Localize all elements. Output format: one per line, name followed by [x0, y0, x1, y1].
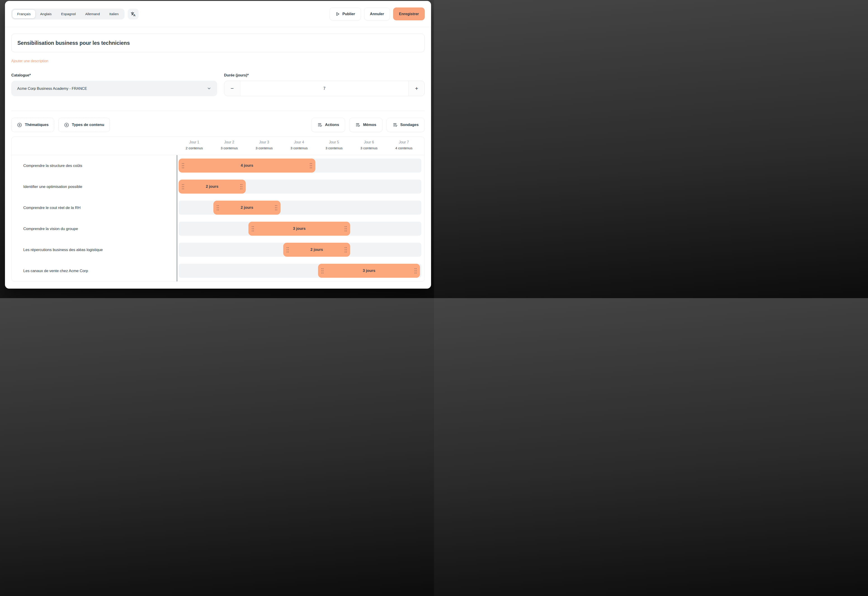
day-label: Jour 2	[212, 140, 247, 144]
day-columns: Jour 1 2 contenus Jour 2 3 contenus Jour…	[177, 140, 421, 155]
course-title-input[interactable]: Sensibilisation business pour les techni…	[11, 34, 425, 52]
gantt-body: Comprendre la structure des coûts 4 jour…	[12, 155, 425, 281]
tab-italien[interactable]: Italien	[105, 10, 123, 18]
list-check-icon	[393, 122, 398, 127]
publish-label: Publier	[342, 12, 355, 16]
tab-allemand[interactable]: Allemand	[80, 10, 105, 18]
table-row: Comprendre le cout réel de la RH 2 jours	[12, 197, 425, 218]
actions-button[interactable]: Actions	[311, 118, 345, 132]
save-button[interactable]: Enregistrer	[393, 7, 425, 20]
tool-buttons-group: Actions Mémos Sond	[311, 118, 425, 132]
theme-row-label: Comprendre la structure des coûts	[12, 155, 177, 176]
catalogue-field: Catalogue* Acme Corp Business Academy - …	[11, 73, 217, 96]
table-row: Comprendre la vision du groupe 3 jours	[12, 218, 425, 239]
main-content: Sensibilisation business pour les techni…	[5, 34, 431, 282]
drag-handle-left-icon[interactable]	[286, 247, 289, 253]
drag-handle-right-icon[interactable]	[344, 226, 347, 232]
day-label: Jour 1	[177, 140, 212, 144]
list-check-icon	[317, 122, 322, 127]
cancel-button[interactable]: Annuler	[364, 7, 390, 20]
bar-duration-label: 4 jours	[179, 163, 315, 168]
add-description-link[interactable]: Ajouter une description	[11, 59, 49, 63]
catalogue-label: Catalogue*	[11, 73, 217, 77]
add-thematiques-button[interactable]: Thématiques	[11, 118, 54, 132]
duration-stepper: − 7 +	[224, 81, 425, 96]
day-label: Jour 4	[282, 140, 317, 144]
day-header-5: Jour 5 3 contenus	[316, 140, 351, 155]
drag-handle-right-icon[interactable]	[275, 205, 278, 211]
duration-value-input[interactable]: 7	[240, 81, 409, 96]
drag-handle-left-icon[interactable]	[251, 226, 254, 232]
form-row: Catalogue* Acme Corp Business Academy - …	[11, 73, 425, 96]
actions-label: Actions	[325, 123, 339, 127]
drag-handle-left-icon[interactable]	[216, 205, 219, 211]
tab-espagnol[interactable]: Espagnol	[56, 10, 80, 18]
bar-duration-label: 3 jours	[318, 269, 420, 273]
section-divider	[11, 111, 425, 111]
thematiques-label: Thématiques	[25, 123, 49, 127]
drag-handle-left-icon[interactable]	[182, 184, 185, 190]
add-content-types-button[interactable]: Types de contenu	[58, 118, 110, 132]
sondages-label: Sondages	[400, 123, 419, 127]
top-bar: Français Anglais Espagnol Allemand Itali…	[5, 1, 431, 27]
day-label: Jour 5	[316, 140, 351, 144]
bar-duration-label: 3 jours	[248, 226, 350, 231]
table-row: Les canaux de vente chez Acme Corp 3 jou…	[12, 260, 425, 281]
day-header-3: Jour 3 3 contenus	[247, 140, 282, 155]
duration-increment-button[interactable]: +	[409, 81, 425, 96]
duration-bar[interactable]: 2 jours	[213, 201, 280, 214]
day-header-1: Jour 1 2 contenus	[177, 140, 212, 155]
translate-icon: A	[130, 11, 136, 17]
duration-label: Durée (jours)*	[224, 73, 425, 77]
language-tabs: Français Anglais Espagnol Allemand Itali…	[11, 9, 124, 19]
play-icon	[335, 12, 340, 16]
duration-bar[interactable]: 4 jours	[179, 158, 315, 173]
sondages-button[interactable]: Sondages	[387, 118, 425, 132]
memos-button[interactable]: Mémos	[349, 118, 382, 132]
gantt-table: Jour 1 2 contenus Jour 2 3 contenus Jour…	[11, 137, 425, 282]
row-lane: 4 jours	[177, 155, 421, 176]
day-header-7: Jour 7 4 contenus	[386, 140, 421, 155]
day-count: 3 contenus	[247, 146, 282, 150]
circle-plus-icon	[17, 122, 22, 127]
translate-button[interactable]: A	[128, 9, 139, 19]
list-check-icon	[355, 122, 360, 127]
drag-handle-right-icon[interactable]	[414, 268, 417, 274]
content-types-label: Types de contenu	[72, 123, 104, 127]
drag-handle-right-icon[interactable]	[240, 184, 243, 190]
tab-anglais[interactable]: Anglais	[35, 10, 56, 18]
duration-bar[interactable]: 2 jours	[179, 180, 246, 194]
row-lane: 3 jours	[177, 218, 421, 239]
publish-button[interactable]: Publier	[329, 7, 361, 20]
bar-duration-label: 2 jours	[179, 184, 246, 189]
day-count: 4 contenus	[386, 146, 421, 150]
drag-handle-left-icon[interactable]	[182, 163, 185, 169]
day-count: 2 contenus	[177, 146, 212, 150]
table-row: Les répercutions business des aléas logi…	[12, 239, 425, 260]
tab-francais[interactable]: Français	[12, 10, 35, 18]
day-count: 3 contenus	[282, 146, 317, 150]
duration-decrement-button[interactable]: −	[224, 81, 240, 96]
drag-handle-right-icon[interactable]	[310, 163, 312, 169]
day-header-4: Jour 4 3 contenus	[282, 140, 317, 155]
duration-bar[interactable]: 3 jours	[248, 222, 350, 236]
day-header-6: Jour 6 3 contenus	[351, 140, 387, 155]
day-count: 3 contenus	[316, 146, 351, 150]
catalogue-select[interactable]: Acme Corp Business Academy - FRANCE	[11, 81, 217, 96]
table-row: Comprendre la structure des coûts 4 jour…	[12, 155, 425, 176]
drag-handle-right-icon[interactable]	[344, 247, 347, 253]
theme-row-label: Comprendre la vision du groupe	[12, 218, 177, 239]
row-lane: 2 jours	[177, 176, 421, 197]
day-label: Jour 6	[351, 140, 387, 144]
bar-duration-label: 2 jours	[213, 206, 280, 210]
duration-bar[interactable]: 2 jours	[283, 243, 350, 257]
drag-handle-left-icon[interactable]	[321, 268, 324, 274]
gantt-header: Jour 1 2 contenus Jour 2 3 contenus Jour…	[12, 137, 425, 155]
day-count: 3 contenus	[351, 146, 387, 150]
theme-row-label: Comprendre le cout réel de la RH	[12, 197, 177, 218]
row-lane: 2 jours	[177, 239, 421, 260]
row-lane: 2 jours	[177, 197, 421, 218]
duration-bar[interactable]: 3 jours	[318, 264, 420, 278]
theme-row-label: Identifier une optimisation possible	[12, 176, 177, 197]
day-label: Jour 7	[386, 140, 421, 144]
